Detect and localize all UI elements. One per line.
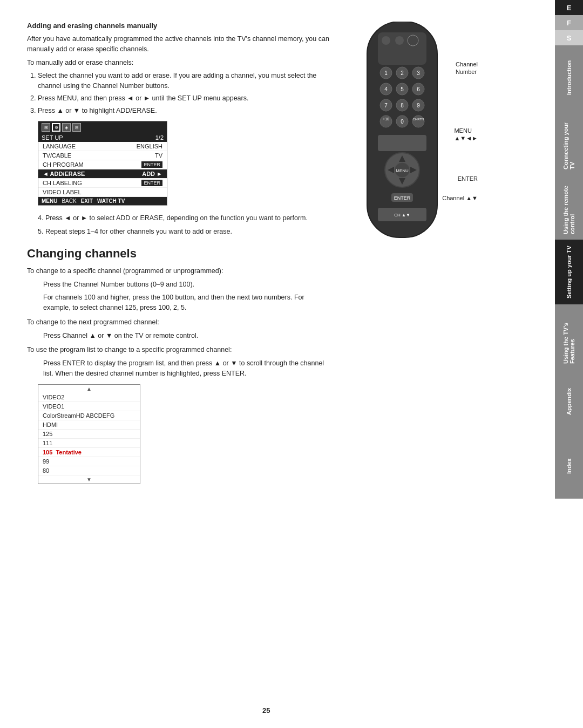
tentative-label: Tentative: [56, 449, 81, 455]
channel-row-video1: VIDEO1: [38, 402, 140, 411]
section-changing-channels: Changing channels To change to a specifi…: [27, 247, 329, 484]
setup-menu-footer: MENU BACK EXIT WATCH TV: [38, 197, 167, 205]
svg-text:7: 7: [384, 103, 388, 108]
indent-press-channel: Press Channel ▲ or ▼ on the TV or remote…: [43, 331, 329, 341]
menu-row-tvcable: TV/CABLE TV: [38, 151, 167, 160]
section-to-manually: To manually add or erase channels:: [27, 58, 329, 68]
svg-text:CH ▲▼: CH ▲▼: [394, 213, 410, 217]
indent-channel-buttons: Press the Channel Number buttons (0–9 an…: [43, 280, 329, 290]
svg-text:0: 0: [401, 119, 404, 125]
menu-row-adderase: ◄ ADD/ERASE ADD ►: [38, 169, 167, 179]
menu-row-language-label: LANGUAGE: [43, 143, 76, 149]
svg-text:8: 8: [401, 103, 404, 108]
menu-row-adderase-value: ADD ►: [142, 171, 162, 177]
footer-btn-menu: MENU: [42, 198, 57, 204]
sidebar-item-features[interactable]: Using the TV's Features: [555, 304, 583, 369]
setup-menu-mockup: ⊞ ⚙ ◈ ⊟ SET UP 1/2 LANGUAGE ENGLISH TV: [38, 121, 167, 206]
svg-text:5: 5: [401, 86, 404, 92]
svg-point-2: [382, 36, 390, 45]
step-1: Select the channel you want to add or er…: [38, 71, 329, 91]
sidebar-letter-f: F: [555, 15, 583, 30]
menu-icon-4: ⊟: [72, 123, 81, 132]
channel-row-99: 99: [38, 457, 140, 466]
chapter-heading-changing: Changing channels: [27, 247, 329, 261]
menu-row-chlabeling: CH LABELING ENTER: [38, 179, 167, 188]
steps-list: Select the channel you want to add or er…: [38, 71, 329, 115]
sidebar-item-index[interactable]: Index: [555, 434, 583, 499]
section-adding-erasing: Adding and erasing channels manually Aft…: [27, 22, 329, 237]
footer-btn-watch: WATCH TV: [97, 198, 125, 204]
menu-row-chlabeling-value: ENTER: [141, 180, 162, 186]
svg-point-4: [408, 35, 418, 46]
channel-row-125: 125: [38, 430, 140, 439]
channel-row-105: 105 Tentative: [38, 448, 140, 457]
menu-row-videolabel: VIDEO LABEL: [38, 188, 167, 197]
svg-text:CHRTN: CHRTN: [413, 118, 424, 121]
para-next-channel: To change to the next programmed channel…: [27, 317, 329, 328]
channel-list-mockup: ▲ VIDEO2 VIDEO1 ColorStreamHD ABCDEFG HD…: [38, 384, 140, 484]
channel-updown-callout: Channel ▲▼: [442, 194, 478, 202]
sidebar-item-using-remote[interactable]: Using the remote control: [555, 175, 583, 240]
svg-point-3: [395, 36, 404, 45]
svg-text:3: 3: [417, 70, 420, 76]
footer-btn-exit: EXIT: [81, 198, 93, 204]
menu-row-language-value: ENGLISH: [137, 143, 162, 149]
sidebar-item-setting-up[interactable]: Setting up your TV: [555, 240, 583, 304]
svg-text:1: 1: [384, 70, 388, 76]
menu-row-tvcable-value: TV: [155, 152, 162, 159]
menu-row-language: LANGUAGE ENGLISH: [38, 142, 167, 151]
sidebar-letter-s: S: [555, 30, 583, 45]
menu-row-chlabeling-label: CH LABELING: [43, 180, 82, 186]
remote-column: 1 2 3 4 5 6 7 8 9 +10 0 CHRTN: [340, 22, 480, 489]
svg-text:+10: +10: [383, 117, 389, 121]
indent-channel-100: For channels 100 and higher, press the 1…: [43, 292, 329, 313]
channel-row-111: 111: [38, 439, 140, 448]
main-content: Adding and erasing channels manually Aft…: [0, 0, 555, 511]
para-specific-channel: To change to a specific channel (program…: [27, 266, 329, 276]
channel-list-bottom-dot: ▼: [38, 475, 140, 484]
channel-row-hdmi: HDMI: [38, 420, 140, 430]
step4-text: 4. Press ◄ or ► to select ADD or ERASE, …: [38, 213, 329, 223]
step5-text: 5. Repeat steps 1–4 for other channels y…: [38, 227, 329, 237]
svg-text:4: 4: [384, 86, 388, 92]
setup-menu-title: SET UP: [42, 134, 63, 141]
sidebar-item-introduction[interactable]: Introduction: [555, 45, 583, 110]
footer-sep1: BACK: [62, 198, 76, 204]
sidebar: E F S Introduction Connecting your TV Us…: [555, 0, 583, 728]
menu-icon-2: ⚙: [52, 123, 60, 132]
channel-row-colorstream: ColorStreamHD ABCDEFG: [38, 411, 140, 420]
menu-row-adderase-label: ◄ ADD/ERASE: [43, 171, 85, 177]
menu-row-chprogram: CH PROGRAM ENTER: [38, 160, 167, 169]
setup-menu-header: SET UP 1/2: [38, 133, 167, 142]
svg-text:2: 2: [401, 70, 404, 76]
channel-row-80: 80: [38, 466, 140, 475]
menu-icon-1: ⊞: [42, 123, 50, 132]
channel-list-top-dot: ▲: [38, 385, 140, 393]
channel-row-video2: VIDEO2: [38, 393, 140, 402]
menu-row-videolabel-label: VIDEO LABEL: [43, 189, 82, 195]
svg-text:ENTER: ENTER: [394, 195, 411, 201]
menu-row-chprogram-label: CH PROGRAM: [43, 161, 84, 168]
menu-icon-row: ⊞ ⚙ ◈ ⊟: [38, 121, 167, 133]
section-heading-add-erase: Adding and erasing channels manually: [27, 22, 329, 30]
sidebar-item-appendix[interactable]: Appendix: [555, 369, 583, 434]
step-2: Press MENU, and then press ◄ or ► until …: [38, 93, 329, 104]
step-3: Press ▲ or ▼ to highlight ADD/ERASE.: [38, 106, 329, 116]
menu-icon-3: ◈: [62, 123, 71, 132]
svg-text:6: 6: [417, 86, 420, 92]
menu-row-chprogram-value: ENTER: [141, 161, 162, 168]
remote-svg: 1 2 3 4 5 6 7 8 9 +10 0 CHRTN: [345, 22, 464, 254]
para-program-list: To use the program list to change to a s…: [27, 345, 329, 355]
sidebar-letter-e: E: [555, 0, 583, 15]
svg-rect-29: [378, 135, 426, 151]
menu-row-tvcable-label: TV/CABLE: [43, 152, 71, 159]
sidebar-item-connecting[interactable]: Connecting your TV: [555, 110, 583, 175]
enter-callout: ENTER: [458, 175, 478, 182]
menu-callout: MENU ▲▼◄►: [454, 127, 478, 142]
indent-press-enter: Press ENTER to display the program list,…: [43, 358, 329, 379]
svg-text:9: 9: [417, 103, 420, 108]
svg-text:MENU: MENU: [396, 168, 409, 173]
setup-menu-page: 1/2: [155, 134, 164, 141]
section-para1: After you have automatically programmed …: [27, 34, 329, 55]
page-number: 25: [262, 706, 270, 715]
